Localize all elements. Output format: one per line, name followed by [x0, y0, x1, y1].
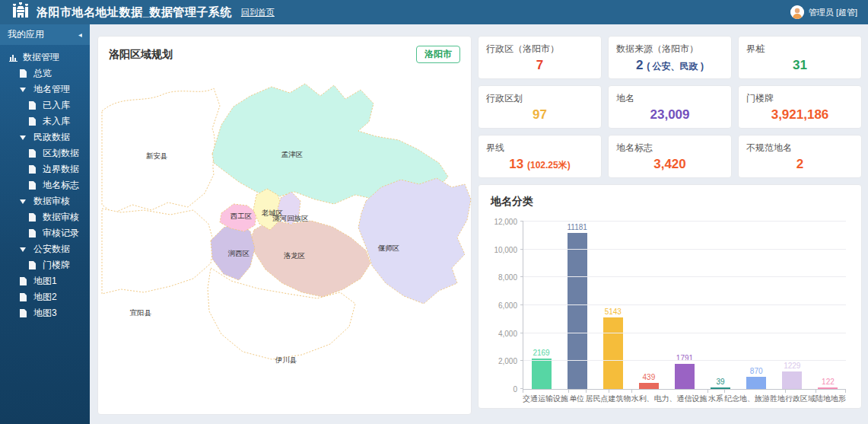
x-axis-label: 水系	[707, 390, 725, 404]
y-axis-tick	[520, 276, 523, 277]
y-axis-label: 10,000	[494, 246, 517, 254]
y-axis-tick	[520, 221, 523, 222]
file-icon	[29, 261, 39, 269]
city-badge[interactable]: 洛阳市	[416, 46, 460, 63]
y-axis-label: 8,000	[498, 273, 517, 282]
sidebar: 我的应用 ◂ 数据管理总览地名管理已入库未入库民政数据区划数据边界数据地名标志数…	[0, 24, 90, 424]
topbar: 洛阳市地名地址数据_数据管理子系统 回到首页 管理员 [超管]	[0, 0, 868, 24]
map-region-label-xigong: 西工区	[231, 212, 253, 220]
sidebar-item-9[interactable]: 数据审核	[0, 193, 90, 209]
bar-value-label: 39	[717, 378, 725, 386]
region-map: 新安县宜阳县伊川县孟津区偃师区洛龙区涧西区西工区老城区瀍河回族区	[98, 64, 472, 414]
caret-down-icon	[20, 88, 30, 92]
bar-value-label: 870	[750, 367, 763, 375]
home-link[interactable]: 回到首页	[241, 7, 275, 18]
gridline	[523, 360, 846, 361]
stat-card-0: 行政区（洛阳市）7	[478, 36, 602, 79]
user-menu[interactable]: 管理员 [超管]	[790, 5, 857, 19]
caret-down-icon	[20, 199, 30, 204]
gridline	[523, 249, 846, 250]
map-region-label-yanshi: 偃师区	[378, 244, 400, 252]
map-region-label-yichuan: 伊川县	[275, 355, 297, 364]
file-icon	[29, 165, 39, 174]
stat-label: 行政区划	[486, 92, 593, 105]
map-region-xinan[interactable]	[102, 88, 220, 213]
sidebar-item-7[interactable]: 边界数据	[0, 161, 90, 177]
app-title: 洛阳市地名地址数据_数据管理子系统	[37, 5, 232, 20]
y-axis-tick	[520, 304, 523, 305]
bar	[639, 383, 659, 389]
bar-value-label: 1791	[676, 354, 693, 362]
user-name: 管理员 [超管]	[809, 7, 857, 18]
stat-label: 不规范地名	[746, 142, 854, 155]
sidebar-item-1[interactable]: 总览	[0, 65, 90, 81]
stat-card-8: 不规范地名2	[738, 135, 862, 178]
file-icon	[29, 117, 39, 126]
stat-label: 地名标志	[616, 142, 723, 155]
file-icon	[20, 277, 30, 285]
sidebar-item-label: 未入库	[43, 115, 70, 128]
file-icon	[29, 101, 39, 110]
bar	[746, 377, 766, 389]
sidebar-item-4[interactable]: 未入库	[0, 113, 90, 129]
sidebar-item-12[interactable]: 公安数据	[0, 241, 90, 257]
sidebar-item-6[interactable]: 区划数据	[0, 145, 90, 161]
sidebar-item-2[interactable]: 地名管理	[0, 81, 90, 97]
gridline	[523, 304, 846, 305]
sidebar-item-10[interactable]: 数据审核	[0, 209, 90, 225]
stat-value: 13 (102.25米)	[486, 157, 593, 172]
gridline	[523, 221, 846, 222]
bar-column-4: 1791	[666, 222, 702, 389]
sidebar-item-3[interactable]: 已入库	[0, 97, 90, 113]
sidebar-item-label: 总览	[33, 67, 52, 80]
sidebar-item-14[interactable]: 地图1	[0, 273, 90, 289]
stat-value: 2	[746, 157, 854, 172]
sidebar-item-8[interactable]: 地名标志	[0, 177, 90, 193]
map-title: 洛阳区域规划	[109, 48, 173, 62]
y-axis-tick	[520, 360, 523, 361]
map-region-label-mengjin: 孟津区	[281, 150, 304, 158]
chart-card: 地名分类 21691118151434391791398701229122 02…	[478, 184, 862, 409]
map-region-yiyang[interactable]	[102, 209, 214, 294]
stat-card-2: 界桩31	[738, 36, 862, 79]
stat-value: 7	[486, 58, 593, 73]
stat-label: 行政区（洛阳市）	[486, 43, 593, 56]
gridline	[523, 333, 846, 333]
stat-value: 31	[746, 58, 854, 73]
sidebar-item-16[interactable]: 地图3	[0, 305, 90, 321]
avatar-icon	[790, 5, 804, 19]
x-axis-label: 居民点	[586, 390, 609, 404]
sidebar-item-label: 地图3	[33, 307, 57, 320]
map-region-label-xinan: 新安县	[146, 151, 168, 160]
sidebar-item-13[interactable]: 门楼牌	[0, 257, 90, 273]
y-axis-tick	[520, 249, 523, 250]
sidebar-item-0[interactable]: 数据管理	[0, 49, 90, 65]
bar-value-label: 2169	[533, 349, 549, 357]
sidebar-item-5[interactable]: 民政数据	[0, 129, 90, 145]
stat-value: 23,009	[616, 107, 723, 123]
app-logo-icon	[11, 2, 30, 22]
map-region-luolong[interactable]	[250, 220, 370, 297]
x-axis-label: 单位	[568, 390, 586, 404]
sidebar-item-15[interactable]: 地图2	[0, 289, 90, 305]
stat-label: 界线	[486, 142, 593, 155]
sidebar-item-11[interactable]: 审核记录	[0, 225, 90, 241]
stats-grid: 行政区（洛阳市）7 数据来源（洛阳市）2 ( 公安、民政 )界桩31 行政区划9…	[478, 36, 862, 178]
y-axis-label: 2,000	[498, 357, 517, 365]
map-region-yanshi[interactable]	[358, 178, 471, 304]
map-card: 洛阳区域规划 洛阳市 新安县宜阳县伊川县孟津区偃师区洛龙区涧西区西工区老城区瀍河…	[97, 36, 472, 415]
main-content: 洛阳区域规划 洛阳市 新安县宜阳县伊川县孟津区偃师区洛龙区涧西区西工区老城区瀍河…	[90, 24, 868, 424]
x-axis-label: 交通运输设施	[523, 390, 568, 404]
stat-card-1: 数据来源（洛阳市）2 ( 公安、民政 )	[608, 36, 732, 79]
stat-label: 门楼牌	[746, 92, 854, 105]
x-axis-label: 纪念地、旅游胜地	[724, 390, 785, 404]
caret-down-icon	[20, 247, 30, 252]
map-region-label-chanhe: 瀍河回族区	[272, 214, 309, 222]
bar-column-0: 2169	[523, 222, 559, 389]
sidebar-header[interactable]: 我的应用 ◂	[0, 24, 90, 45]
file-icon	[29, 149, 39, 158]
bar	[782, 371, 802, 389]
stat-label: 界桩	[746, 43, 854, 56]
chart-icon	[9, 54, 19, 62]
bar-value-label: 1229	[784, 362, 800, 370]
